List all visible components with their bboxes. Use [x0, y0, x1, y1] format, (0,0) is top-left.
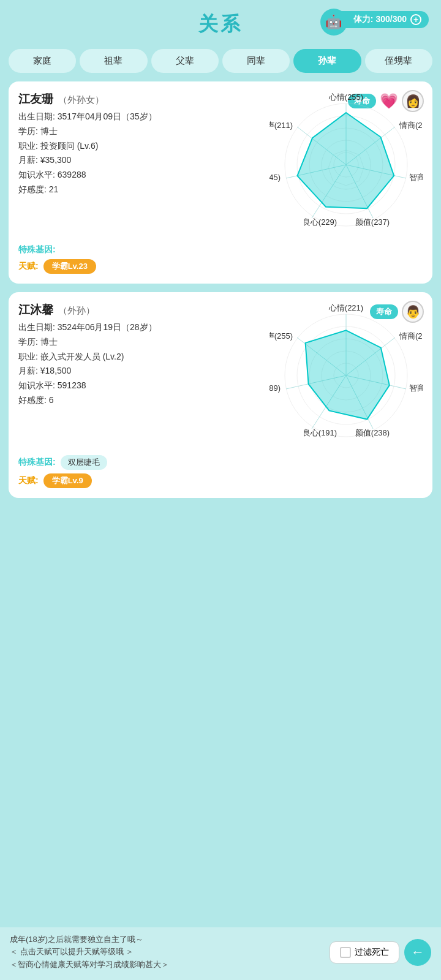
card-info-2: 出生日期: 3524年06月19日（28岁） 学历: 博士 职业: 嵌入式开发人… [18, 320, 263, 408]
tab-family[interactable]: 家庭 [9, 49, 76, 73]
label2-mingsheng: 名声(255) [270, 331, 293, 341]
label-mingsheng: 名声(211) [270, 121, 293, 130]
affection-2: 好感度: 6 [18, 393, 263, 408]
special-genes-label-2: 特殊基因: [18, 457, 56, 468]
tip-2: ＜ 点击天赋可以提升天赋等级哦 ＞ [10, 946, 323, 959]
stamina-badge: 🤖 体力: 300/300 + [331, 11, 429, 28]
card-left-2: 江沐馨 （外孙） 出生日期: 3524年06月19日（28岁） 学历: 博士 职… [18, 302, 263, 449]
radar-chart-1: 心情(255) 情商(217) 智商(241) 颜值(237) 良心(229) … [270, 91, 423, 238]
name-text-2: 江沐馨 [18, 303, 53, 316]
svg-marker-26 [306, 330, 390, 419]
label2-zhishang: 智商(218) [409, 383, 423, 393]
back-button[interactable]: ← [404, 939, 431, 966]
salary-1: 月薪: ¥35,300 [18, 153, 263, 168]
label2-jiankang: 健康(189) [270, 383, 281, 393]
stamina-plus-button[interactable]: + [410, 14, 421, 25]
card-jiangyoushan: 江友珊 （外孙女） 出生日期: 3517年04月09日（35岁） 学历: 博士 … [9, 81, 432, 284]
stamina-text: 体力: 300/300 [353, 14, 407, 25]
back-icon: ← [411, 944, 424, 960]
label2-qingshang: 情商(218) [399, 331, 423, 341]
talent-tag-2[interactable]: 学霸Lv.9 [43, 473, 92, 488]
label2-xinqing: 心情(221) [328, 303, 363, 312]
radar-svg-2: 心情(221) 情商(218) 智商(218) 颜值(238) 良心(191) … [270, 302, 423, 449]
tab-grandparent[interactable]: 祖辈 [80, 49, 147, 73]
knowledge-2: 知识水平: 591238 [18, 379, 263, 393]
page-title: 关系 [198, 11, 243, 38]
talent-row-1: 天赋: 学霸Lv.23 [18, 259, 423, 274]
label-yanzhi: 颜值(237) [355, 217, 390, 227]
gene-tag-shuangjie: 双层睫毛 [61, 455, 107, 470]
talent-label-2: 天赋: [18, 475, 39, 486]
label-zhishang: 智商(241) [409, 173, 423, 182]
knowledge-1: 知识水平: 639288 [18, 168, 263, 183]
special-genes-2: 特殊基因: 双层睫毛 [18, 455, 423, 470]
label-qingshang: 情商(217) [399, 121, 423, 130]
radar-chart-2: 心情(221) 情商(218) 智商(218) 颜值(238) 良心(191) … [270, 302, 423, 449]
salary-2: 月薪: ¥18,500 [18, 364, 263, 379]
talent-row-2: 天赋: 学霸Lv.9 [18, 473, 423, 488]
label-xinqing: 心情(255) [328, 92, 363, 102]
label-liangxin: 良心(229) [303, 217, 337, 227]
header: 关系 🤖 体力: 300/300 + [0, 0, 441, 44]
affection-1: 好感度: 21 [18, 183, 263, 197]
birth-2: 出生日期: 3524年06月19日（28岁） [18, 320, 263, 335]
relation-text-1: （外孙女） [58, 94, 104, 105]
card-content-2: 江沐馨 （外孙） 出生日期: 3524年06月19日（28岁） 学历: 博士 职… [18, 302, 423, 449]
card-right-2: 寿命 👨 [270, 302, 423, 449]
talent-label-1: 天赋: [18, 261, 39, 272]
tab-niece-nephew[interactable]: 侄甥辈 [365, 49, 432, 73]
card-name-2: 江沐馨 （外孙） [18, 302, 263, 318]
job-1: 职业: 投资顾问 (Lv.6) [18, 139, 263, 154]
card-jiangmuxin: 江沐馨 （外孙） 出生日期: 3524年06月19日（28岁） 学历: 博士 职… [9, 292, 432, 498]
tab-parent[interactable]: 父辈 [151, 49, 219, 73]
avatar-icon: 🤖 [320, 9, 347, 36]
tab-peer[interactable]: 同辈 [222, 49, 290, 73]
label-jiankang: 健康(245) [270, 173, 281, 182]
label2-yanzhi: 颜值(238) [355, 428, 390, 437]
tabs-container: 家庭 祖辈 父辈 同辈 孙辈 侄甥辈 [9, 49, 432, 73]
empty-area [0, 507, 441, 801]
special-genes-1: 特殊基因: [18, 244, 423, 255]
card-left-1: 江友珊 （外孙女） 出生日期: 3517年04月09日（35岁） 学历: 博士 … [18, 91, 263, 238]
special-genes-label-1: 特殊基因: [18, 244, 56, 255]
filter-label: 过滤死亡 [355, 947, 389, 958]
filter-dead-button[interactable]: 过滤死亡 [330, 941, 399, 963]
bottom-bar: 成年(18岁)之后就需要独立自主了哦～ ＜ 点击天赋可以提升天赋等级哦 ＞ ＜智… [0, 927, 441, 980]
card-right-1: 寿命 💗 👩 [270, 91, 423, 238]
filter-checkbox [340, 947, 351, 958]
relation-text-2: （外孙） [58, 305, 95, 315]
tip-3: ＜智商心情健康天赋等对学习成绩影响甚大＞ [10, 959, 323, 971]
talent-tag-1[interactable]: 学霸Lv.23 [43, 259, 96, 274]
bottom-tips: 成年(18岁)之后就需要独立自主了哦～ ＜ 点击天赋可以提升天赋等级哦 ＞ ＜智… [10, 933, 323, 971]
birth-1: 出生日期: 3517年04月09日（35岁） [18, 110, 263, 124]
card-name-1: 江友珊 （外孙女） [18, 91, 263, 107]
card-info-1: 出生日期: 3517年04月09日（35岁） 学历: 博士 职业: 投资顾问 (… [18, 110, 263, 197]
card-content-1: 江友珊 （外孙女） 出生日期: 3517年04月09日（35岁） 学历: 博士 … [18, 91, 423, 238]
edu-2: 学历: 博士 [18, 335, 263, 350]
edu-1: 学历: 博士 [18, 124, 263, 139]
tip-1: 成年(18岁)之后就需要独立自主了哦～ [10, 933, 323, 946]
job-2: 职业: 嵌入式开发人员 (Lv.2) [18, 350, 263, 364]
name-text-1: 江友珊 [18, 92, 53, 105]
tab-grandchild[interactable]: 孙辈 [293, 49, 361, 73]
radar-svg-1: 心情(255) 情商(217) 智商(241) 颜值(237) 良心(229) … [270, 91, 423, 238]
label2-liangxin: 良心(191) [303, 428, 337, 437]
svg-marker-13 [297, 113, 394, 208]
